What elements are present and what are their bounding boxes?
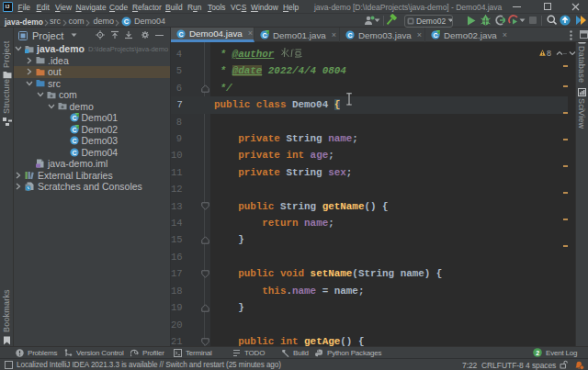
svg-text:C: C xyxy=(72,115,76,121)
svg-text:2: 2 xyxy=(536,350,539,356)
svg-text:C: C xyxy=(124,17,130,26)
svg-text:C: C xyxy=(347,32,352,39)
svg-text:C: C xyxy=(178,30,183,37)
svg-text:C: C xyxy=(72,127,76,133)
svg-text:C: C xyxy=(262,32,266,39)
svg-text:C: C xyxy=(433,32,437,39)
svg-text:C: C xyxy=(72,138,76,144)
svg-text:C: C xyxy=(72,150,76,156)
